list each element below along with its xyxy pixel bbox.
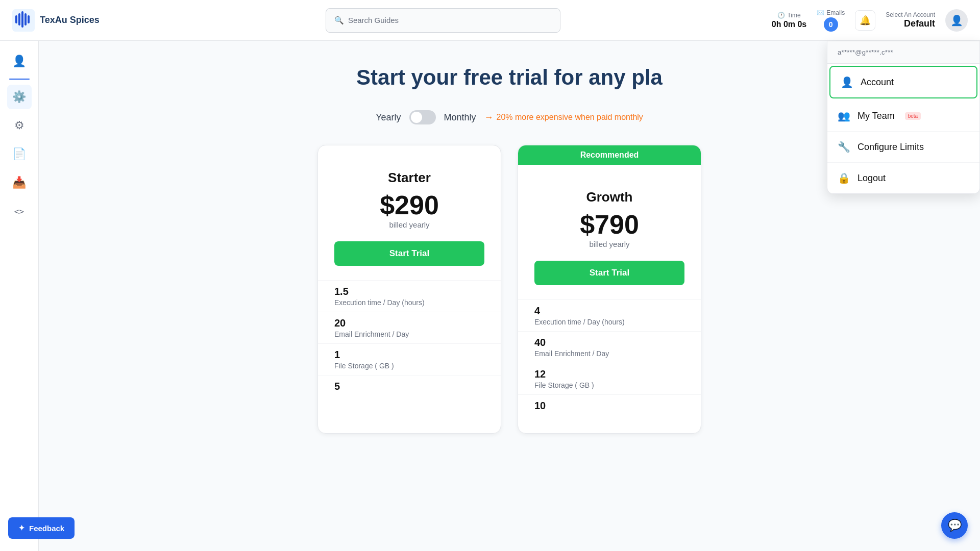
bell-icon: 🔔: [860, 15, 871, 26]
starter-feature-extra: 5: [318, 375, 501, 397]
time-value: 0h 0m 0s: [772, 20, 806, 29]
person-icon: 👤: [841, 76, 853, 88]
starter-feature-storage: 1 File Storage ( GB ): [318, 343, 501, 375]
notification-bell-button[interactable]: 🔔: [855, 10, 875, 31]
toggle-thumb: [411, 112, 422, 123]
pricing-cards: Starter $290 billed yearly Start Trial 1…: [80, 145, 939, 434]
document-icon: 📄: [12, 147, 26, 161]
chat-button[interactable]: 💬: [941, 512, 968, 539]
sidebar-item-user[interactable]: 👤: [7, 49, 32, 73]
search-icon: 🔍: [334, 16, 344, 25]
billing-toggle: Yearly Monthly → 20% more expensive when…: [80, 110, 939, 124]
yearly-label: Yearly: [376, 112, 401, 123]
starter-price: $290: [334, 190, 484, 220]
page-title: Start your free trial for any pla: [80, 65, 939, 90]
feedback-button[interactable]: ✦ Feedback: [8, 517, 75, 539]
avatar-button[interactable]: 👤: [945, 9, 968, 32]
wrench-icon: 🔧: [838, 141, 850, 153]
starter-start-trial-button[interactable]: Start Trial: [334, 241, 484, 266]
growth-feature-extra: 10: [518, 394, 701, 417]
starter-plan-name: Starter: [334, 170, 484, 186]
growth-feature-email: 40 Email Enrichment / Day: [518, 331, 701, 363]
sidebar-item-cog-sub[interactable]: ⚙: [7, 113, 32, 138]
growth-feature-storage: 12 File Storage ( GB ): [518, 363, 701, 394]
header-center: 🔍 Search Guides: [122, 8, 764, 33]
monthly-label: Monthly: [444, 112, 476, 123]
dropdown-item-account[interactable]: 👤 Account: [829, 66, 977, 98]
svg-rect-4: [24, 13, 27, 26]
starter-card-body: Starter $290 billed yearly Start Trial: [318, 145, 501, 266]
feedback-star-icon: ✦: [18, 523, 25, 533]
starter-feature-email: 20 Email Enrichment / Day: [318, 312, 501, 343]
account-area: Select An Account Default: [886, 11, 935, 29]
settings-icon: ⚙️: [12, 90, 26, 104]
search-placeholder: Search Guides: [348, 16, 399, 24]
billing-toggle-switch[interactable]: [409, 110, 436, 124]
beta-badge: beta: [905, 112, 921, 120]
starter-billing: billed yearly: [334, 220, 484, 229]
sidebar-item-code[interactable]: <>: [7, 199, 32, 223]
code-icon: <>: [14, 207, 24, 216]
account-default-value: Default: [904, 18, 935, 29]
svg-rect-3: [21, 11, 23, 28]
growth-card: Recommended Growth $790 billed yearly St…: [518, 145, 701, 434]
dropdown-email: a*****@g*****.c***: [827, 41, 979, 64]
app-logo-text: TexAu Spices: [40, 15, 100, 26]
dropdown-item-configure-limits[interactable]: 🔧 Configure Limits: [827, 132, 979, 163]
time-label: 🕐 Time: [777, 12, 800, 19]
logo-area: TexAu Spices: [12, 9, 114, 32]
growth-price: $790: [534, 209, 684, 240]
growth-billing: billed yearly: [534, 240, 684, 248]
group-icon: 👥: [838, 110, 850, 122]
email-block: ✉️ Emails 0: [817, 9, 845, 32]
growth-feature-execution: 4 Execution time / Day (hours): [518, 299, 701, 331]
cog-sub-icon: ⚙: [14, 119, 24, 132]
sidebar-item-inbox[interactable]: 📥: [7, 170, 32, 195]
svg-rect-1: [15, 15, 17, 23]
arrow-icon: →: [484, 112, 494, 123]
email-icon: ✉️: [817, 9, 824, 16]
growth-plan-name: Growth: [534, 189, 684, 205]
sidebar-item-settings[interactable]: ⚙️: [7, 85, 32, 109]
sidebar-active-indicator: [9, 79, 30, 80]
growth-card-body: Growth $790 billed yearly Start Trial: [518, 165, 701, 285]
header-right: 🕐 Time 0h 0m 0s ✉️ Emails 0 🔔 Select An …: [772, 9, 968, 32]
account-select-label: Select An Account: [886, 11, 935, 18]
monthly-note: → 20% more expensive when paid monthly: [484, 112, 643, 123]
starter-card: Starter $290 billed yearly Start Trial 1…: [317, 145, 501, 434]
svg-rect-2: [18, 13, 20, 26]
growth-recommended-badge: Recommended: [518, 145, 701, 165]
logo-icon: [12, 9, 35, 32]
growth-start-trial-button[interactable]: Start Trial: [534, 261, 684, 285]
sidebar: 👤 ⚙️ ⚙ 📄 📥 <>: [0, 41, 39, 551]
dropdown-item-my-team[interactable]: 👥 My Team beta: [827, 101, 979, 132]
user-icon: 👤: [12, 55, 26, 68]
header: TexAu Spices 🔍 Search Guides 🕐 Time 0h 0…: [0, 0, 980, 41]
avatar-icon: 👤: [950, 14, 963, 27]
time-block: 🕐 Time 0h 0m 0s: [772, 12, 806, 29]
email-count: 0: [824, 17, 838, 32]
clock-icon: 🕐: [777, 12, 785, 19]
dropdown-item-logout[interactable]: 🔒 Logout: [827, 163, 979, 193]
lock-icon: 🔒: [838, 172, 850, 184]
account-dropdown-menu: a*****@g*****.c*** 👤 Account 👥 My Team b…: [827, 41, 980, 194]
search-bar[interactable]: 🔍 Search Guides: [326, 8, 560, 33]
inbox-icon: 📥: [12, 176, 26, 189]
chat-icon: 💬: [948, 519, 962, 532]
starter-feature-execution: 1.5 Execution time / Day (hours): [318, 280, 501, 312]
email-label: ✉️ Emails: [817, 9, 845, 16]
sidebar-item-document[interactable]: 📄: [7, 142, 32, 166]
svg-rect-5: [28, 15, 30, 23]
